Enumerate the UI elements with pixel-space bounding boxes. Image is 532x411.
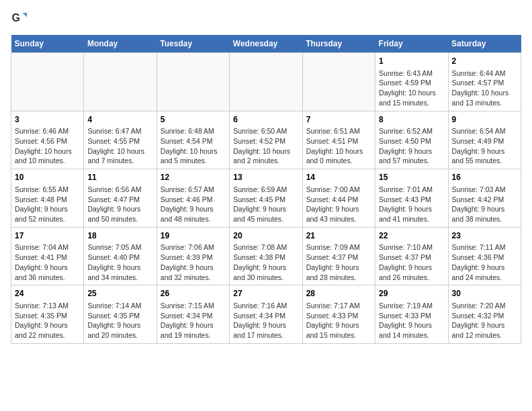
- day-info: Sunrise: 6:51 AM Sunset: 4:51 PM Dayligh…: [306, 126, 371, 166]
- calendar-cell: 19Sunrise: 7:06 AM Sunset: 4:39 PM Dayli…: [157, 227, 229, 285]
- calendar-cell: 20Sunrise: 7:08 AM Sunset: 4:38 PM Dayli…: [230, 227, 302, 285]
- calendar-cell: 1Sunrise: 6:43 AM Sunset: 4:59 PM Daylig…: [375, 53, 448, 111]
- day-info: Sunrise: 7:09 AM Sunset: 4:37 PM Dayligh…: [306, 242, 371, 282]
- day-number: 27: [233, 288, 298, 300]
- day-number: 26: [161, 288, 226, 300]
- day-number: 15: [379, 172, 444, 183]
- calendar-week-row: 24Sunrise: 7:13 AM Sunset: 4:35 PM Dayli…: [11, 285, 521, 344]
- calendar-cell: 9Sunrise: 6:54 AM Sunset: 4:49 PM Daylig…: [448, 111, 521, 169]
- calendar-week-row: 10Sunrise: 6:55 AM Sunset: 4:48 PM Dayli…: [11, 169, 521, 228]
- day-number: 5: [161, 114, 226, 126]
- day-info: Sunrise: 7:05 AM Sunset: 4:40 PM Dayligh…: [87, 242, 152, 282]
- day-info: Sunrise: 7:08 AM Sunset: 4:38 PM Dayligh…: [233, 242, 298, 282]
- day-number: 8: [379, 114, 444, 126]
- calendar-cell: 8Sunrise: 6:52 AM Sunset: 4:50 PM Daylig…: [375, 111, 448, 169]
- day-info: Sunrise: 7:15 AM Sunset: 4:34 PM Dayligh…: [161, 301, 226, 340]
- weekday-header-friday: Friday: [375, 35, 448, 53]
- day-info: Sunrise: 7:11 AM Sunset: 4:36 PM Dayligh…: [452, 242, 517, 282]
- day-info: Sunrise: 7:19 AM Sunset: 4:33 PM Dayligh…: [379, 301, 444, 340]
- svg-marker-1: [23, 13, 27, 17]
- day-number: 29: [379, 288, 444, 300]
- calendar-cell: 24Sunrise: 7:13 AM Sunset: 4:35 PM Dayli…: [11, 285, 84, 344]
- calendar-cell: 25Sunrise: 7:14 AM Sunset: 4:35 PM Dayli…: [84, 285, 157, 344]
- logo: G: [11, 11, 30, 27]
- calendar-cell: 22Sunrise: 7:10 AM Sunset: 4:37 PM Dayli…: [375, 227, 448, 285]
- calendar: SundayMondayTuesdayWednesdayThursdayFrid…: [11, 35, 521, 344]
- day-info: Sunrise: 6:54 AM Sunset: 4:49 PM Dayligh…: [452, 126, 517, 166]
- calendar-cell: 26Sunrise: 7:15 AM Sunset: 4:34 PM Dayli…: [157, 285, 229, 344]
- day-info: Sunrise: 7:14 AM Sunset: 4:35 PM Dayligh…: [87, 301, 152, 340]
- day-info: Sunrise: 6:44 AM Sunset: 4:57 PM Dayligh…: [452, 68, 517, 108]
- day-info: Sunrise: 6:43 AM Sunset: 4:59 PM Dayligh…: [379, 68, 444, 108]
- day-number: 7: [306, 114, 371, 126]
- day-number: 30: [452, 288, 517, 300]
- svg-text:G: G: [12, 12, 20, 24]
- day-info: Sunrise: 7:17 AM Sunset: 4:33 PM Dayligh…: [306, 301, 371, 340]
- day-number: 2: [452, 56, 517, 67]
- calendar-cell: 14Sunrise: 7:00 AM Sunset: 4:44 PM Dayli…: [302, 169, 375, 228]
- day-number: 6: [233, 114, 298, 126]
- calendar-cell: 23Sunrise: 7:11 AM Sunset: 4:36 PM Dayli…: [448, 227, 521, 285]
- calendar-cell: 17Sunrise: 7:04 AM Sunset: 4:41 PM Dayli…: [11, 227, 84, 285]
- weekday-header-sunday: Sunday: [11, 35, 84, 53]
- day-info: Sunrise: 7:00 AM Sunset: 4:44 PM Dayligh…: [306, 185, 371, 224]
- calendar-cell: 3Sunrise: 6:46 AM Sunset: 4:56 PM Daylig…: [11, 111, 84, 169]
- day-number: 25: [87, 288, 152, 300]
- calendar-cell: [302, 53, 375, 111]
- day-info: Sunrise: 7:16 AM Sunset: 4:34 PM Dayligh…: [233, 301, 298, 340]
- day-number: 4: [87, 114, 152, 126]
- calendar-cell: 13Sunrise: 6:59 AM Sunset: 4:45 PM Dayli…: [230, 169, 302, 228]
- day-info: Sunrise: 6:55 AM Sunset: 4:48 PM Dayligh…: [15, 185, 80, 224]
- day-info: Sunrise: 6:56 AM Sunset: 4:47 PM Dayligh…: [87, 185, 152, 224]
- day-number: 13: [233, 172, 298, 183]
- day-number: 21: [306, 230, 371, 242]
- day-info: Sunrise: 7:06 AM Sunset: 4:39 PM Dayligh…: [161, 242, 226, 282]
- day-number: 11: [87, 172, 152, 183]
- day-number: 17: [15, 230, 80, 242]
- weekday-header-monday: Monday: [84, 35, 157, 53]
- day-info: Sunrise: 6:59 AM Sunset: 4:45 PM Dayligh…: [233, 185, 298, 224]
- calendar-cell: 16Sunrise: 7:03 AM Sunset: 4:42 PM Dayli…: [448, 169, 521, 228]
- calendar-cell: 21Sunrise: 7:09 AM Sunset: 4:37 PM Dayli…: [302, 227, 375, 285]
- calendar-week-row: 3Sunrise: 6:46 AM Sunset: 4:56 PM Daylig…: [11, 111, 521, 169]
- header: G: [11, 11, 521, 27]
- day-number: 24: [15, 288, 80, 300]
- calendar-week-row: 17Sunrise: 7:04 AM Sunset: 4:41 PM Dayli…: [11, 227, 521, 285]
- weekday-header-tuesday: Tuesday: [157, 35, 229, 53]
- calendar-cell: 4Sunrise: 6:47 AM Sunset: 4:55 PM Daylig…: [84, 111, 157, 169]
- calendar-cell: 7Sunrise: 6:51 AM Sunset: 4:51 PM Daylig…: [302, 111, 375, 169]
- day-number: 22: [379, 230, 444, 242]
- day-info: Sunrise: 7:01 AM Sunset: 4:43 PM Dayligh…: [379, 185, 444, 224]
- day-info: Sunrise: 6:52 AM Sunset: 4:50 PM Dayligh…: [379, 126, 444, 166]
- day-number: 14: [306, 172, 371, 183]
- weekday-header-saturday: Saturday: [448, 35, 521, 53]
- day-number: 12: [161, 172, 226, 183]
- day-number: 19: [161, 230, 226, 242]
- day-info: Sunrise: 7:04 AM Sunset: 4:41 PM Dayligh…: [15, 242, 80, 282]
- weekday-header-thursday: Thursday: [302, 35, 375, 53]
- logo-icon: G: [11, 11, 27, 27]
- day-info: Sunrise: 6:48 AM Sunset: 4:54 PM Dayligh…: [161, 126, 226, 166]
- day-number: 9: [452, 114, 517, 126]
- day-number: 23: [452, 230, 517, 242]
- day-number: 28: [306, 288, 371, 300]
- weekday-header-wednesday: Wednesday: [230, 35, 302, 53]
- day-info: Sunrise: 6:57 AM Sunset: 4:46 PM Dayligh…: [161, 185, 226, 224]
- calendar-week-row: 1Sunrise: 6:43 AM Sunset: 4:59 PM Daylig…: [11, 53, 521, 111]
- calendar-cell: 11Sunrise: 6:56 AM Sunset: 4:47 PM Dayli…: [84, 169, 157, 228]
- day-info: Sunrise: 6:50 AM Sunset: 4:52 PM Dayligh…: [233, 126, 298, 166]
- day-number: 16: [452, 172, 517, 183]
- calendar-cell: 29Sunrise: 7:19 AM Sunset: 4:33 PM Dayli…: [375, 285, 448, 344]
- weekday-header-row: SundayMondayTuesdayWednesdayThursdayFrid…: [11, 35, 521, 53]
- calendar-cell: 27Sunrise: 7:16 AM Sunset: 4:34 PM Dayli…: [230, 285, 302, 344]
- calendar-cell: 12Sunrise: 6:57 AM Sunset: 4:46 PM Dayli…: [157, 169, 229, 228]
- calendar-cell: 6Sunrise: 6:50 AM Sunset: 4:52 PM Daylig…: [230, 111, 302, 169]
- calendar-cell: [157, 53, 229, 111]
- calendar-cell: 18Sunrise: 7:05 AM Sunset: 4:40 PM Dayli…: [84, 227, 157, 285]
- day-number: 10: [15, 172, 80, 183]
- calendar-cell: [11, 53, 84, 111]
- calendar-cell: 28Sunrise: 7:17 AM Sunset: 4:33 PM Dayli…: [302, 285, 375, 344]
- day-info: Sunrise: 7:03 AM Sunset: 4:42 PM Dayligh…: [452, 185, 517, 224]
- calendar-cell: 5Sunrise: 6:48 AM Sunset: 4:54 PM Daylig…: [157, 111, 229, 169]
- calendar-cell: 10Sunrise: 6:55 AM Sunset: 4:48 PM Dayli…: [11, 169, 84, 228]
